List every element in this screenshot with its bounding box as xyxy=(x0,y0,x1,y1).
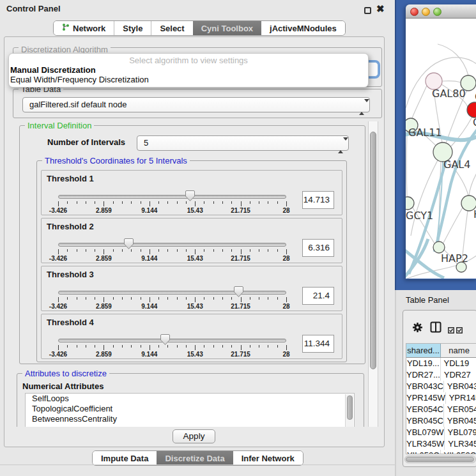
list-item[interactable]: BetweennessCentrality xyxy=(26,414,354,424)
network-edge xyxy=(411,160,438,236)
slider-tick xyxy=(204,201,204,204)
slider-tick-label: -3.426 xyxy=(40,303,76,310)
threshold-4-slider-thumb[interactable] xyxy=(160,334,171,348)
HAP2-node[interactable] xyxy=(433,242,445,253)
node-label: GCY1 xyxy=(406,210,433,222)
cell-shared-name[interactable]: YER054C xyxy=(406,404,444,415)
cell-shared-name[interactable]: YBL079W xyxy=(406,427,445,438)
tab-infer-network[interactable]: Infer Network xyxy=(233,451,303,465)
threshold-4-slider-track[interactable] xyxy=(58,339,286,342)
threshold-3-box: Threshold 3-3.4262.8599.14415.4321.71528… xyxy=(41,266,342,311)
split-columns-icon[interactable] xyxy=(430,321,441,335)
cell-name[interactable]: YPR145W xyxy=(446,392,476,404)
cell-shared-name[interactable]: YPR145W xyxy=(406,392,446,404)
table-data-combo[interactable]: galFiltered.sif default node xyxy=(22,97,370,112)
table-row[interactable]: YIL052CYIL052C xyxy=(406,450,476,454)
table-row[interactable]: YBR043CYBR043C xyxy=(406,381,476,392)
slider-tick-label: -3.426 xyxy=(40,255,76,262)
close-traffic-light-icon[interactable] xyxy=(410,8,418,16)
threshold-4-value-field[interactable]: 11.344 xyxy=(302,335,334,353)
threshold-2-slider-thumb[interactable] xyxy=(123,238,134,252)
slider-tick xyxy=(167,249,168,252)
cell-name[interactable]: YER054C xyxy=(444,404,476,415)
threshold-3-slider-track[interactable] xyxy=(58,291,286,295)
cell-name[interactable]: YBL079W xyxy=(445,427,476,438)
threshold-2-value-field[interactable]: 6.316 xyxy=(302,239,334,257)
cell-shared-name[interactable]: YDL19... xyxy=(406,358,441,369)
threshold-1-value-field[interactable]: 14.713 xyxy=(302,191,334,209)
list-item[interactable]: SelfLoops xyxy=(26,394,354,404)
node-label: C xyxy=(473,116,476,128)
slider-tick xyxy=(167,297,168,300)
attributes-group-label: Attributes to discretize xyxy=(22,369,109,378)
table-row[interactable]: YER054CYER054C xyxy=(406,404,476,415)
table-row[interactable]: YBR045CYBR045C xyxy=(406,415,476,427)
gear-icon[interactable] xyxy=(412,322,423,335)
table-row[interactable]: YDL19...YDL19 xyxy=(406,358,476,369)
cell-name[interactable]: YBR043C xyxy=(444,381,476,392)
threshold-2-label: Threshold 2 xyxy=(47,222,94,231)
option-manual-discretization[interactable]: Manual Discretization xyxy=(9,65,368,75)
table-hscrollbar[interactable] xyxy=(404,456,476,463)
zoom-traffic-light-icon[interactable] xyxy=(433,8,441,16)
threshold-3-slider-thumb[interactable] xyxy=(233,286,244,300)
red-node[interactable] xyxy=(467,102,476,118)
tab-cyni-toolbox[interactable]: Cyni Toolbox xyxy=(193,21,261,35)
settings-scrollbar-thumb[interactable] xyxy=(370,132,376,369)
cell-name[interactable]: YDL19 xyxy=(441,358,476,369)
cell-shared-name[interactable]: YDR27... xyxy=(406,369,441,381)
threshold-1-slider-track[interactable] xyxy=(58,195,286,199)
minimize-traffic-light-icon[interactable] xyxy=(422,8,430,16)
tab-select[interactable]: Select xyxy=(151,21,192,35)
tab-network[interactable]: Network xyxy=(54,21,114,35)
list-scrollbar[interactable] xyxy=(345,394,353,427)
network-window-titlebar[interactable] xyxy=(406,4,476,19)
threshold-4-label: Threshold 4 xyxy=(47,318,94,327)
table-row[interactable]: YLR345WYLR345W xyxy=(406,438,476,450)
slider-tick-label: -3.426 xyxy=(40,351,76,358)
checkbox-icon[interactable] xyxy=(456,325,463,336)
table-panel-title: Table Panel xyxy=(406,295,449,305)
table-hscrollbar-thumb[interactable] xyxy=(406,457,474,462)
control-panel: Control Panel ✖ Network Style Select xyxy=(0,0,395,476)
threshold-1-slider-thumb[interactable] xyxy=(185,190,196,204)
table-row[interactable]: YDR27...YDR27 xyxy=(406,369,476,381)
threshold-2-slider-track[interactable] xyxy=(58,243,286,247)
column-header-name[interactable]: name xyxy=(441,344,476,357)
checkbox-icon[interactable] xyxy=(448,325,454,336)
tab-discretize-data[interactable]: Discretize Data xyxy=(157,451,233,465)
threshold-3-value-field[interactable]: 21.4 xyxy=(302,287,334,305)
tab-style[interactable]: Style xyxy=(114,21,151,35)
table-row[interactable]: YBL079WYBL079W xyxy=(406,427,476,438)
column-header-shared-name[interactable]: shared... xyxy=(406,344,441,357)
table-row[interactable]: YPR145WYPR145W xyxy=(406,392,476,404)
tab-impute-data[interactable]: Impute Data xyxy=(93,451,157,465)
option-equal-width-frequency[interactable]: Equal Width/Frequency Discretization xyxy=(9,75,368,84)
cell-shared-name[interactable]: YLR345W xyxy=(406,438,445,450)
number-of-intervals-combo[interactable]: 5 xyxy=(137,135,349,151)
list-item[interactable]: TopologicalCoefficient xyxy=(26,404,354,414)
float-window-icon[interactable] xyxy=(364,7,371,14)
slider-tick xyxy=(213,249,214,252)
numerical-attributes-list[interactable]: SelfLoops TopologicalCoefficient Between… xyxy=(25,393,355,427)
cell-name[interactable]: YIL052C xyxy=(441,450,476,454)
cell-shared-name[interactable]: YBR045C xyxy=(406,415,444,427)
close-icon[interactable]: ✖ xyxy=(376,3,385,15)
cell-name[interactable]: YDR27 xyxy=(441,369,476,381)
slider-tick xyxy=(204,249,204,252)
cell-name[interactable]: YLR345W xyxy=(445,438,476,450)
slider-tick xyxy=(67,345,68,348)
slider-tick xyxy=(277,201,278,204)
slider-tick xyxy=(122,297,123,300)
tab-jactivemnodules[interactable]: jActiveMNodules xyxy=(261,21,345,35)
node-table[interactable]: shared... name YDL19...YDL19YDR27...YDR2… xyxy=(406,343,476,454)
apply-button[interactable]: Apply xyxy=(173,429,215,443)
network-window[interactable]: GAL80GACGAL11GAL4GCY1HAHAP2 xyxy=(406,4,476,279)
thresholds-group: Threshold's Coordinates for 5 Intervals … xyxy=(36,160,347,362)
slider-tick xyxy=(122,345,123,348)
network-graph[interactable]: GAL80GACGAL11GAL4GCY1HAHAP2 xyxy=(406,19,476,279)
cell-name[interactable]: YBR045C xyxy=(444,415,476,427)
cell-shared-name[interactable]: YBR043C xyxy=(406,381,444,392)
network-canvas[interactable]: GAL80GACGAL11GAL4GCY1HAHAP2 xyxy=(406,19,476,279)
cell-shared-name[interactable]: YIL052C xyxy=(406,450,441,454)
